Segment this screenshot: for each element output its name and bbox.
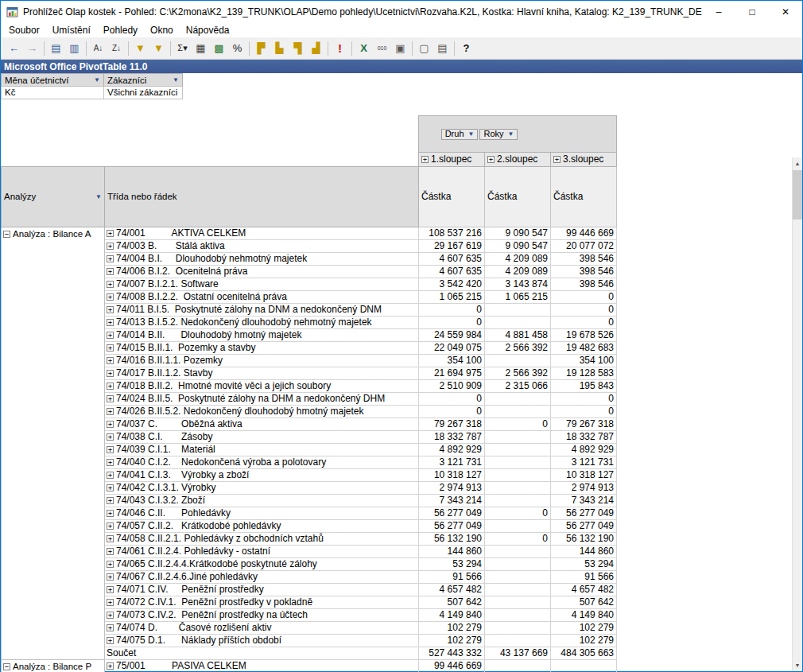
copy-view-icon[interactable]: ▤	[47, 40, 65, 57]
subtotal-icon[interactable]: ▦	[192, 40, 210, 57]
expand-icon[interactable]: +	[107, 230, 114, 237]
scroll-down-button[interactable]: ▼	[793, 659, 802, 671]
expand-icon[interactable]: +	[107, 612, 114, 619]
value-cell: 144 860	[419, 546, 485, 558]
expand-icon[interactable]: +	[553, 156, 561, 163]
expand-icon[interactable]: +	[107, 624, 114, 631]
menu-item-3[interactable]: Pohledy	[97, 24, 144, 37]
expand-icon[interactable]: +	[107, 522, 114, 530]
expand-icon[interactable]: +	[107, 421, 114, 428]
scrollbar-track[interactable]	[793, 169, 802, 659]
expand-icon[interactable]: +	[107, 484, 114, 491]
minimize-button[interactable]: –	[702, 1, 735, 23]
column-field-roky[interactable]: Roky ▼	[479, 129, 518, 140]
expand-icon[interactable]: +	[107, 268, 114, 275]
expand-icon[interactable]: +	[107, 561, 114, 568]
collapse-icon[interactable]: −	[3, 663, 10, 670]
column-header-2[interactable]: +2.sloupec	[485, 153, 551, 167]
print-icon[interactable]: ▣	[391, 40, 409, 57]
refresh-data-icon[interactable]: !	[331, 40, 349, 57]
percent-icon[interactable]: %	[228, 40, 246, 57]
expand-icon[interactable]: +	[107, 306, 114, 313]
maximize-button[interactable]: □	[735, 1, 769, 23]
value-cell: 1 065 215	[419, 291, 485, 304]
expand-icon[interactable]: +	[107, 319, 114, 326]
expand-icon[interactable]: +	[421, 156, 429, 163]
expand-icon[interactable]: +	[107, 637, 114, 644]
export-to-excel-icon[interactable]: X	[355, 40, 373, 57]
scrollbar-thumb[interactable]	[793, 170, 802, 219]
copy-data-icon[interactable]: ▥	[65, 40, 83, 57]
menu-item-5[interactable]: Nápověda	[180, 24, 236, 37]
expand-icon[interactable]: +	[107, 510, 114, 517]
value-cell: 4 209 089	[485, 266, 551, 278]
autocalc-icon[interactable]: Σ▾	[173, 40, 192, 57]
expand-icon[interactable]: +	[107, 586, 114, 593]
scroll-up-button[interactable]: ▲	[793, 157, 802, 169]
value-cell	[485, 431, 551, 444]
expand-icon[interactable]: +	[107, 446, 114, 453]
value-cell: 102 279	[419, 622, 485, 635]
vertical-scrollbar[interactable]: ▲ ▼	[792, 157, 802, 671]
expand-icon[interactable]: +	[107, 497, 114, 504]
expand-icon[interactable]: +	[107, 535, 114, 542]
autofilter-icon[interactable]: ▼	[149, 40, 168, 57]
expand-icon[interactable]: +	[107, 243, 114, 250]
value-cell: 4 892 929	[551, 444, 617, 456]
menu-item-1[interactable]: Soubor	[2, 24, 46, 37]
value-cell: 79 267 318	[419, 418, 485, 431]
expand-icon[interactable]: +	[107, 293, 114, 301]
forward-icon[interactable]: →	[23, 40, 41, 57]
menu-item-4[interactable]: Okno	[144, 24, 180, 37]
collapse-icon[interactable]: −	[3, 231, 10, 238]
move-to-column-area-icon[interactable]: ▜	[289, 40, 307, 57]
expand-icon[interactable]: +	[107, 459, 114, 466]
value-cell: 1 065 215	[485, 291, 551, 304]
value-cell: 354 100	[419, 355, 485, 367]
show-as-numbers-icon[interactable]: 010	[373, 40, 391, 57]
expand-icon[interactable]: +	[107, 662, 114, 670]
expand-icon[interactable]: +	[107, 433, 114, 441]
value-cell: 9 090 547	[485, 240, 551, 253]
close-button[interactable]: ✕	[769, 1, 802, 23]
expand-icon[interactable]: +	[107, 370, 114, 377]
expand-icon[interactable]: +	[107, 383, 114, 390]
column-header-1[interactable]: +1.sloupec	[419, 153, 485, 167]
measure-header-2[interactable]: Částka	[485, 167, 551, 227]
move-to-filter-area-icon[interactable]: ▛	[252, 40, 270, 57]
menu-item-2[interactable]: Umístění	[46, 24, 97, 37]
measure-header-1[interactable]: Částka	[419, 167, 485, 227]
expand-icon[interactable]: +	[487, 156, 495, 163]
expand-icon[interactable]: +	[107, 344, 114, 352]
print-preview-icon[interactable]: ▢	[415, 40, 433, 57]
row-label: +74/074 D. Časové rozlišení aktiv	[105, 622, 419, 635]
move-to-detail-area-icon[interactable]: ▟	[307, 40, 325, 57]
expand-icon[interactable]: +	[107, 357, 114, 364]
expand-icon[interactable]: +	[107, 599, 114, 606]
expand-icon[interactable]: +	[107, 281, 114, 288]
row-header-trida[interactable]: Třída nebo řádek	[105, 167, 419, 227]
expand-icon[interactable]: +	[107, 255, 114, 262]
sort-descending-icon[interactable]: Z↓	[107, 40, 126, 57]
expand-icon[interactable]: +	[107, 573, 114, 581]
expand-icon[interactable]: +	[107, 332, 114, 339]
expand-icon[interactable]: +	[107, 408, 114, 415]
filter-field-mena-ucetnictvi[interactable]: Měna účetnictví ▼	[1, 73, 104, 87]
sort-ascending-icon[interactable]: A↓	[89, 40, 107, 57]
row-label: +74/004 B.I. Dlouhodobý nehmotný majetek	[105, 253, 419, 266]
move-to-row-area-icon[interactable]: ▙	[270, 40, 289, 57]
calculated-field-icon[interactable]: ▩	[210, 40, 228, 57]
help-icon[interactable]: ?	[457, 40, 475, 57]
column-header-3[interactable]: +3.sloupec	[551, 153, 617, 167]
filter-edit-icon[interactable]: ▼	[131, 40, 149, 57]
filter-field-zakaznici[interactable]: Zákazníci ▼	[103, 73, 183, 87]
row-field-analyzy[interactable]: Analýzy ▼	[2, 167, 105, 227]
property-toolbox-icon[interactable]: ▤	[433, 40, 452, 57]
expand-icon[interactable]: +	[107, 548, 114, 555]
measure-header-3[interactable]: Částka	[551, 167, 617, 227]
back-icon[interactable]: ←	[5, 40, 23, 57]
expand-icon[interactable]: +	[107, 472, 114, 479]
value-cell	[485, 520, 551, 533]
column-field-druh[interactable]: Druh ▼	[441, 129, 479, 140]
expand-icon[interactable]: +	[107, 395, 114, 402]
